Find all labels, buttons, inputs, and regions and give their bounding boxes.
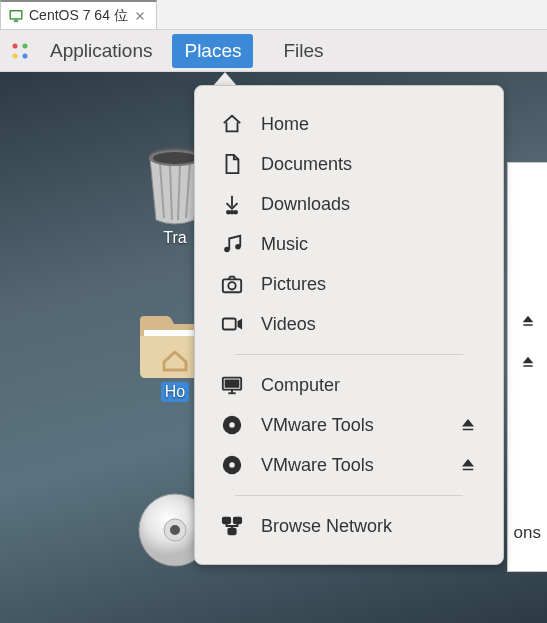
svg-point-37 <box>229 462 235 468</box>
eject-icon[interactable] <box>520 354 536 370</box>
gnome-top-bar: Applications Places Files <box>0 30 547 72</box>
vm-tab[interactable]: CentOS 7 64 位 <box>0 0 157 29</box>
computer-icon <box>221 374 243 396</box>
video-icon <box>221 313 243 335</box>
svg-point-24 <box>224 247 230 253</box>
menu-item-documents[interactable]: Documents <box>195 144 503 184</box>
popup-arrow <box>213 72 237 86</box>
svg-point-6 <box>23 43 28 48</box>
places-dropdown: Home Documents Downloads Music Pictures … <box>194 85 504 565</box>
menu-item-home[interactable]: Home <box>195 104 503 144</box>
svg-marker-29 <box>238 319 243 330</box>
svg-point-35 <box>229 422 235 428</box>
menu-label: Home <box>261 114 477 135</box>
menu-label: Documents <box>261 154 477 175</box>
right-panel-text: ons <box>514 523 541 543</box>
menu-item-downloads[interactable]: Downloads <box>195 184 503 224</box>
menu-label: Videos <box>261 314 477 335</box>
menu-label: Browse Network <box>261 516 477 537</box>
places-menu[interactable]: Places <box>172 34 253 68</box>
close-icon[interactable] <box>134 10 146 22</box>
eject-icon[interactable] <box>459 416 477 434</box>
eject-icon[interactable] <box>459 456 477 474</box>
eject-icon[interactable] <box>520 313 536 329</box>
svg-point-8 <box>23 53 28 58</box>
right-panel: ons <box>507 162 547 572</box>
app-name-files[interactable]: Files <box>283 40 323 62</box>
svg-point-27 <box>228 282 235 289</box>
svg-rect-28 <box>223 319 236 330</box>
menu-label: Downloads <box>261 194 477 215</box>
svg-point-23 <box>234 211 237 214</box>
desktop: Tra Ho ons Home Docume <box>0 72 547 623</box>
svg-point-5 <box>13 43 18 48</box>
menu-item-computer[interactable]: Computer <box>195 365 503 405</box>
disc-small-icon <box>221 454 243 476</box>
vm-monitor-icon <box>9 9 23 23</box>
svg-point-15 <box>153 152 197 164</box>
applications-menu[interactable]: Applications <box>38 34 164 68</box>
svg-point-21 <box>227 211 230 214</box>
vm-tab-bar: CentOS 7 64 位 <box>0 0 547 30</box>
music-icon <box>221 233 243 255</box>
svg-point-19 <box>170 525 180 535</box>
menu-label: VMware Tools <box>261 415 441 436</box>
vm-tab-title: CentOS 7 64 位 <box>29 7 128 25</box>
document-icon <box>221 153 243 175</box>
menu-item-pictures[interactable]: Pictures <box>195 264 503 304</box>
svg-rect-39 <box>234 518 241 524</box>
menu-item-vmware-tools-2[interactable]: VMware Tools <box>195 445 503 485</box>
svg-point-7 <box>13 53 18 58</box>
menu-separator <box>235 495 463 496</box>
network-icon <box>221 515 243 537</box>
svg-rect-40 <box>228 529 235 535</box>
home-icon <box>221 113 243 135</box>
menu-item-videos[interactable]: Videos <box>195 304 503 344</box>
disc-small-icon <box>221 414 243 436</box>
menu-label: Computer <box>261 375 477 396</box>
svg-rect-31 <box>226 380 239 386</box>
menu-separator <box>235 354 463 355</box>
activities-icon[interactable] <box>10 41 30 61</box>
menu-label: VMware Tools <box>261 455 441 476</box>
menu-label: Music <box>261 234 477 255</box>
menu-label: Pictures <box>261 274 477 295</box>
svg-point-25 <box>235 244 241 250</box>
home-folder-label: Ho <box>161 382 189 402</box>
menu-item-vmware-tools-1[interactable]: VMware Tools <box>195 405 503 445</box>
svg-rect-0 <box>10 10 22 18</box>
menu-item-music[interactable]: Music <box>195 224 503 264</box>
svg-point-22 <box>231 211 234 214</box>
menu-item-browse-network[interactable]: Browse Network <box>195 506 503 546</box>
svg-rect-38 <box>223 518 230 524</box>
download-icon <box>221 193 243 215</box>
trash-label: Tra <box>163 229 186 247</box>
camera-icon <box>221 273 243 295</box>
